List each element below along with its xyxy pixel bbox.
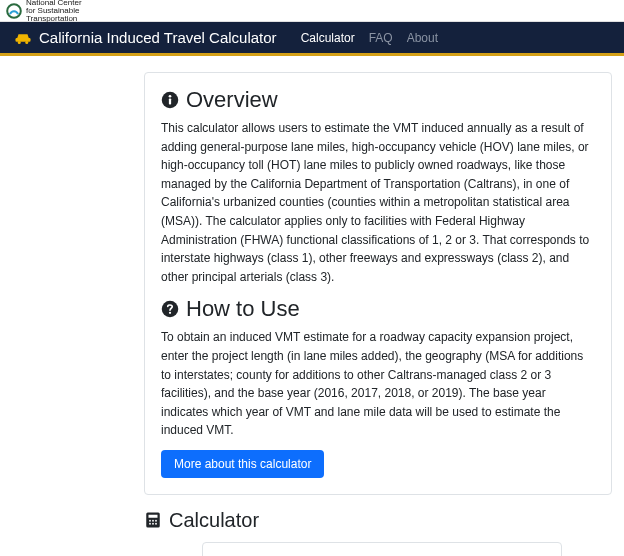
svg-point-8: [169, 312, 171, 314]
overview-body: This calculator allows users to estimate…: [161, 119, 595, 286]
nav-about[interactable]: About: [407, 31, 438, 45]
org-logo-icon: [6, 3, 22, 19]
nav-calculator[interactable]: Calculator: [301, 31, 355, 45]
howto-heading: How to Use: [161, 296, 595, 322]
brand-title: California Induced Travel Calculator: [39, 29, 277, 46]
svg-point-13: [155, 520, 157, 522]
overview-heading-text: Overview: [186, 87, 278, 113]
svg-point-12: [152, 520, 154, 522]
question-icon: [161, 300, 179, 318]
info-icon: [161, 91, 179, 109]
calculator-heading: Calculator: [144, 509, 612, 532]
svg-point-5: [169, 95, 172, 98]
page: Overview This calculator allows users to…: [0, 56, 624, 556]
svg-point-2: [18, 41, 21, 44]
svg-point-15: [152, 523, 154, 525]
svg-point-16: [155, 523, 157, 525]
nav-faq[interactable]: FAQ: [369, 31, 393, 45]
svg-point-14: [149, 523, 151, 525]
navbar: California Induced Travel Calculator Cal…: [0, 22, 624, 56]
overview-card: Overview This calculator allows users to…: [144, 72, 612, 495]
svg-point-11: [149, 520, 151, 522]
calculator-icon: [144, 511, 162, 529]
brand-link[interactable]: California Induced Travel Calculator: [14, 29, 277, 46]
more-about-button[interactable]: More about this calculator: [161, 450, 324, 478]
overview-heading: Overview: [161, 87, 595, 113]
howto-heading-text: How to Use: [186, 296, 300, 322]
calculator-step-card: 1. Select Year Select Year: [202, 542, 562, 556]
svg-point-3: [25, 41, 28, 44]
org-logo-link[interactable]: National Center for Sustainable Transpor…: [6, 0, 82, 23]
calculator-heading-text: Calculator: [169, 509, 259, 532]
svg-rect-1: [16, 38, 31, 42]
org-strip: National Center for Sustainable Transpor…: [0, 0, 624, 22]
nav-links: Calculator FAQ About: [301, 31, 438, 45]
howto-body: To obtain an induced VMT estimate for a …: [161, 328, 595, 440]
org-name: National Center for Sustainable Transpor…: [26, 0, 82, 23]
svg-rect-10: [149, 515, 158, 518]
svg-rect-6: [169, 99, 171, 105]
car-icon: [14, 31, 32, 45]
